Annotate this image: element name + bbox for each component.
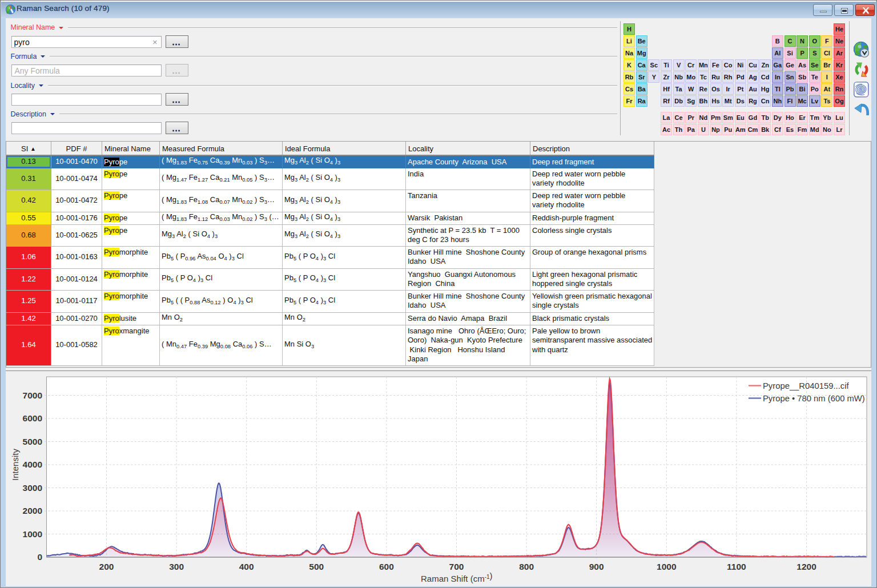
svg-text:4000: 4000 xyxy=(23,460,42,469)
svg-text:300: 300 xyxy=(169,562,184,571)
svg-text:600: 600 xyxy=(379,562,394,571)
svg-text:500: 500 xyxy=(309,562,324,571)
svg-text:700: 700 xyxy=(449,562,464,571)
svg-text:6000: 6000 xyxy=(23,413,42,423)
svg-text:1100: 1100 xyxy=(727,562,746,571)
svg-text:0: 0 xyxy=(37,552,42,562)
svg-text:7000: 7000 xyxy=(23,390,42,400)
svg-text:Intensity: Intensity xyxy=(10,449,20,481)
svg-text:900: 900 xyxy=(589,562,604,571)
svg-text:2000: 2000 xyxy=(23,506,42,515)
svg-text:1200: 1200 xyxy=(796,562,816,571)
svg-text:1000: 1000 xyxy=(657,562,676,571)
svg-text:200: 200 xyxy=(99,562,114,571)
svg-text:3000: 3000 xyxy=(23,483,42,493)
svg-text:Raman Shift (cm-1): Raman Shift (cm-1) xyxy=(421,571,493,583)
svg-text:Pyrope__R040159...cif: Pyrope__R040159...cif xyxy=(763,381,849,390)
svg-text:Pyrope • 780 nm (600 mW): Pyrope • 780 nm (600 mW) xyxy=(763,394,865,403)
svg-text:400: 400 xyxy=(239,562,254,571)
svg-text:5000: 5000 xyxy=(23,437,42,446)
svg-text:1000: 1000 xyxy=(23,529,42,539)
svg-text:800: 800 xyxy=(519,562,534,571)
